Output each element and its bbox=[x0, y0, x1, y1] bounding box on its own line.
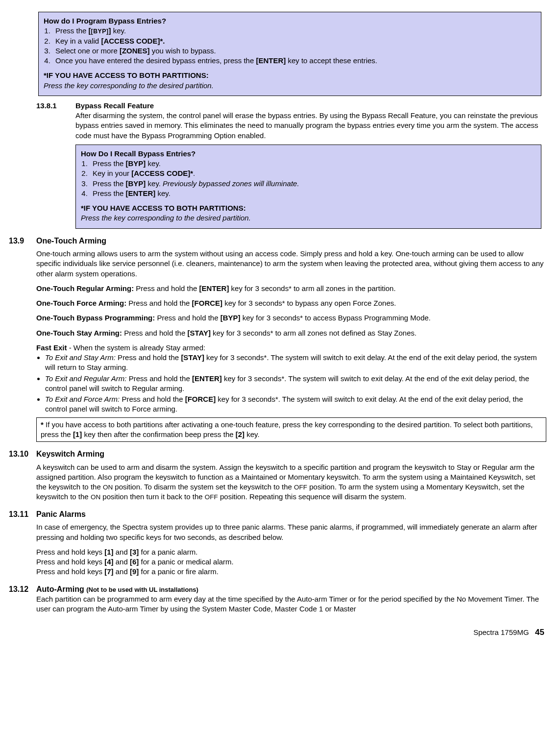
sec-13-9-num: 13.9 bbox=[9, 236, 36, 246]
fast-exit-regular: To Exit and Regular Arm: Press and hold … bbox=[45, 374, 546, 394]
sec-13-10-body: A keyswitch can be used to arm and disar… bbox=[36, 462, 546, 502]
one-touch-force: One-Touch Force Arming: Press and hold t… bbox=[36, 298, 546, 308]
fast-exit-force: To Exit and Force Arm: Press and hold th… bbox=[45, 394, 546, 414]
box1-steps: Press the [[BYP]] key. Key in a valid [A… bbox=[52, 26, 536, 66]
box2-step3: Press the [BYP] key. Previously bypassed… bbox=[90, 179, 536, 189]
key-3: [3] bbox=[130, 548, 139, 556]
key-byp: [BYP] bbox=[126, 179, 146, 188]
key-byp: [BYP] bbox=[220, 314, 241, 322]
box1-step2: Key in a valid [ACCESS CODE]*. bbox=[52, 36, 536, 46]
panic-line-3: Press and hold keys [7] and [9] for a pa… bbox=[36, 567, 546, 577]
page-footer: Spectra 1759MG 45 bbox=[9, 627, 546, 638]
key-byp: [BYP] bbox=[126, 159, 146, 168]
key-access-code: [ACCESS CODE]*. bbox=[101, 37, 165, 45]
sec-13-12-title: Auto-Arming (Not to be used with UL inst… bbox=[36, 584, 198, 595]
one-touch-stay: One-Touch Stay Arming: Press and hold th… bbox=[36, 328, 546, 338]
box2-step1: Press the [BYP] key. bbox=[90, 159, 536, 169]
sec-13-12-body: Each partition can be programmed to arm … bbox=[36, 594, 546, 614]
key-stay: [STAY] bbox=[187, 329, 211, 337]
sec-13-11-num: 13.11 bbox=[9, 509, 36, 520]
footer-model: Spectra 1759MG bbox=[473, 628, 529, 636]
footer-page: 45 bbox=[535, 628, 544, 637]
sec-13-11-body: In case of emergency, the Spectra system… bbox=[36, 522, 546, 577]
partition-note-box: * If you have access to both partitions … bbox=[36, 417, 546, 442]
key-zones: [ZONES] bbox=[120, 47, 150, 55]
fast-exit-list: To Exit and Stay Arm: Press and hold the… bbox=[45, 353, 546, 414]
key-force: [FORCE] bbox=[192, 299, 223, 307]
sec-13-12-num: 13.12 bbox=[9, 584, 36, 595]
sec-13-9-p1: One-touch arming allows users to arm the… bbox=[36, 249, 546, 279]
key-1: [1] bbox=[104, 548, 113, 556]
sec-13-10-head: 13.10 Keyswitch Arming bbox=[9, 449, 546, 460]
key-byp: [[BYP]] bbox=[89, 26, 111, 35]
bypass-recall-box: How Do I Recall Bypass Entries? Press th… bbox=[75, 145, 541, 229]
key-enter: [ENTER] bbox=[192, 374, 222, 383]
box2-note-title: *IF YOU HAVE ACCESS TO BOTH PARTITIONS: bbox=[81, 203, 536, 213]
one-touch-regular: One-Touch Regular Arming: Press and hold… bbox=[36, 284, 546, 293]
sec-13-8-1-body: After disarming the system, the control … bbox=[75, 111, 546, 141]
box1-step1: Press the [[BYP]] key. bbox=[52, 26, 536, 36]
key-enter: [ENTER] bbox=[256, 56, 286, 65]
box2-note-body: Press the key corresponding to the desir… bbox=[81, 213, 536, 223]
box1-step4: Once you have entered the desired bypass… bbox=[52, 56, 536, 66]
one-touch-bypass: One-Touch Bypass Programming: Press and … bbox=[36, 313, 546, 323]
key-stay: [STAY] bbox=[181, 353, 204, 362]
box2-steps: Press the [BYP] key. Key in your [ACCESS… bbox=[90, 159, 536, 198]
key-9: [9] bbox=[130, 567, 139, 576]
key-2: [2] bbox=[236, 430, 244, 438]
panic-line-1: Press and hold keys [1] and [3] for a pa… bbox=[36, 547, 546, 557]
panic-line-2: Press and hold keys [4] and [6] for a pa… bbox=[36, 557, 546, 567]
sec-13-10-title: Keyswitch Arming bbox=[36, 449, 104, 460]
key-force: [FORCE] bbox=[185, 395, 216, 403]
sec-13-10-num: 13.10 bbox=[9, 449, 36, 460]
sec-13-11-title: Panic Alarms bbox=[36, 509, 86, 520]
key-4: [4] bbox=[104, 558, 113, 566]
key-enter: [ENTER] bbox=[126, 189, 156, 197]
sec-13-12-head: 13.12 Auto-Arming (Not to be used with U… bbox=[9, 584, 546, 595]
box2-step2: Key in your [ACCESS CODE]*. bbox=[90, 169, 536, 178]
sec-13-9-body: One-touch arming allows users to arm the… bbox=[36, 249, 546, 414]
key-enter: [ENTER] bbox=[199, 284, 229, 292]
box1-note-title: *IF YOU HAVE ACCESS TO BOTH PARTITIONS: bbox=[44, 71, 536, 80]
key-1: [1] bbox=[73, 430, 82, 438]
box2-title: How Do I Recall Bypass Entries? bbox=[81, 149, 536, 159]
fast-exit-lead: Fast Exit - When the system is already S… bbox=[36, 343, 546, 353]
bypass-program-box: How do I Program Bypass Entries? Press t… bbox=[38, 12, 541, 96]
box1-step3: Select one or more [ZONES] you wish to b… bbox=[52, 46, 536, 56]
fast-exit-stay: To Exit and Stay Arm: Press and hold the… bbox=[45, 353, 546, 373]
sec-13-10-p: A keyswitch can be used to arm and disar… bbox=[36, 462, 546, 502]
key-6: [6] bbox=[130, 558, 139, 566]
box1-title: How do I Program Bypass Entries? bbox=[44, 16, 536, 26]
sec-13-9-head: 13.9 One-Touch Arming bbox=[9, 236, 546, 246]
sec-13-11-head: 13.11 Panic Alarms bbox=[9, 509, 546, 520]
sec-13-8-1-head: 13.8.1 Bypass Recall Feature bbox=[36, 101, 546, 111]
sec-13-9-title: One-Touch Arming bbox=[36, 236, 106, 246]
key-access-code: [ACCESS CODE]* bbox=[131, 169, 193, 177]
box2-step4: Press the [ENTER] key. bbox=[90, 189, 536, 198]
box1-note-body: Press the key corresponding to the desir… bbox=[44, 81, 536, 91]
key-7: [7] bbox=[104, 567, 113, 576]
sec-13-11-p1: In case of emergency, the Spectra system… bbox=[36, 522, 546, 542]
sec-13-8-1-num: 13.8.1 bbox=[36, 101, 75, 111]
sec-13-12-p1: Each partition can be programmed to arm … bbox=[36, 594, 546, 614]
sec-13-8-1-title: Bypass Recall Feature bbox=[75, 101, 154, 111]
